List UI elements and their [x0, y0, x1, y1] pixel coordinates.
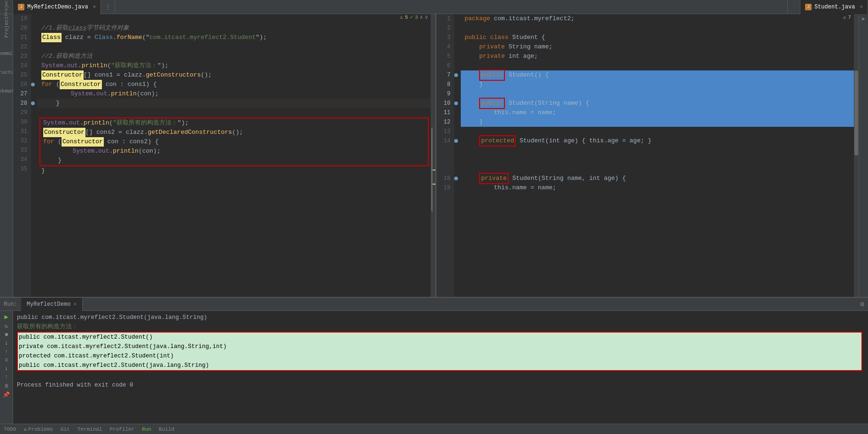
- code-line-29: [38, 108, 431, 117]
- right-line-numbers: 1 2 3 4 5 6 7 8 9 10 11 12 13 14: [436, 14, 454, 297]
- run-stop-button[interactable]: ■: [5, 332, 8, 338]
- tab-close-icon[interactable]: ×: [93, 4, 96, 10]
- right-code-line-13: [461, 127, 854, 136]
- output-red-box: public com.itcast.myreflect2.Student() p…: [17, 332, 862, 371]
- run-output: public com.itcast.myreflect2.Student(jav…: [13, 311, 868, 424]
- right-code-line-10: public Student(String name) {: [461, 99, 854, 108]
- right-panel-icon-1[interactable]: ▶: [862, 16, 865, 22]
- bottom-tab-close[interactable]: ×: [73, 302, 77, 307]
- tab-menu-button[interactable]: ⋮: [101, 0, 115, 14]
- right-code-line-4: private String name;: [461, 42, 854, 52]
- status-build[interactable]: Build: [159, 426, 174, 432]
- code-line-26: for (Constructor con : cons1) {: [38, 80, 431, 89]
- run-arrow-down2[interactable]: ↓: [5, 365, 8, 372]
- left-error-icon: ✓: [410, 14, 413, 20]
- left-line-numbers: 19 20 21 22 23 24 25 26 27 28 29 30 31 3…: [13, 14, 31, 297]
- right-code-line-12: }: [461, 117, 854, 127]
- status-git[interactable]: Git: [61, 426, 70, 432]
- output-line-4: private com.itcast.myreflect2.Student(ja…: [18, 342, 861, 351]
- run-rerun-button[interactable]: ↻: [5, 323, 8, 330]
- code-line-22: [38, 42, 431, 52]
- output-line-8: Process finished with exit code 0: [17, 380, 864, 390]
- code-line-19: [38, 14, 431, 23]
- right-code-line-6: [461, 61, 854, 70]
- code-line-21: Class clazz = Class.forName("com.itcast.…: [38, 33, 431, 42]
- code-line-35: }: [38, 166, 431, 176]
- red-border-section-left: System.out.println("获取所有的构造方法："); Constr…: [39, 117, 429, 166]
- right-code-line-9: [461, 89, 854, 99]
- tab-student-label: Student.java: [814, 4, 855, 10]
- right-scrollbar[interactable]: [854, 14, 859, 297]
- status-terminal[interactable]: Terminal: [78, 426, 102, 432]
- bottom-settings-icon[interactable]: ⚙: [857, 300, 868, 308]
- status-run[interactable]: Run: [142, 426, 151, 432]
- right-code-line-5: private int age;: [461, 52, 854, 61]
- tab-student-close-icon[interactable]: ×: [860, 4, 863, 10]
- status-profiler[interactable]: Profiler: [109, 426, 134, 432]
- right-code-line-16: [461, 155, 854, 164]
- right-code-line-15: [461, 146, 854, 155]
- output-line-1: public com.itcast.myreflect2.Student(jav…: [17, 313, 864, 322]
- right-code-line-11: this.name = name;: [461, 108, 854, 117]
- tab-java-icon: J: [18, 4, 24, 10]
- right-code-line-3: public class Student {: [461, 33, 854, 42]
- left-nav-down[interactable]: ∨: [425, 14, 428, 20]
- code-line-31: Constructor[] cons2 = clazz.getDeclaredC…: [40, 128, 428, 137]
- output-line-3: public com.itcast.myreflect2.Student(): [18, 333, 861, 342]
- left-scrollbar[interactable]: [431, 14, 435, 297]
- tab-student-java-icon: J: [805, 4, 812, 10]
- run-pin-icon[interactable]: 📌: [3, 391, 10, 398]
- output-line-6: public com.itcast.myreflect2.Student(jav…: [18, 361, 861, 370]
- code-line-20: //1.获取class字节码文件对象: [38, 23, 431, 33]
- tab-myreflectdemo[interactable]: J MyReflectDemo.java ×: [13, 0, 101, 14]
- right-code-content: package com.itcast.myreflect2; public cl…: [461, 14, 854, 297]
- output-line-5: protected com.itcast.myreflect2.Student(…: [18, 351, 861, 361]
- bottom-tab-label: MyReflectDemo: [27, 301, 71, 308]
- status-bar: TODO ⚠ Problems Git Terminal Profiler Ru…: [0, 424, 868, 434]
- run-list-icon[interactable]: ≣: [5, 382, 8, 389]
- tab-myreflect-label: MyReflectDemo.java: [27, 4, 88, 10]
- code-line-28: }: [38, 99, 431, 108]
- right-code-line-8: }: [461, 80, 854, 89]
- code-line-34: }: [40, 156, 428, 165]
- run-label: Run:: [0, 301, 21, 308]
- output-line-7: [17, 371, 864, 380]
- tab-studentjava[interactable]: J Student.java ×: [800, 0, 868, 14]
- run-play-button[interactable]: ▶: [4, 313, 8, 321]
- code-line-24: System.out.println("获取构造方法：");: [38, 61, 431, 70]
- project-icon[interactable]: Project: [4, 16, 9, 38]
- status-problems[interactable]: ⚠ Problems: [23, 426, 53, 432]
- right-code-line-17: [461, 164, 854, 174]
- code-line-25: Constructor[] cons1 = clazz.getConstruct…: [38, 70, 431, 80]
- code-line-30: System.out.println("获取所有的构造方法：");: [40, 118, 428, 128]
- left-nav-up[interactable]: ∧: [420, 14, 423, 20]
- bottom-tab-myreflect[interactable]: MyReflectDemo ×: [21, 298, 83, 311]
- right-code-line-1: package com.itcast.myreflect2;: [461, 14, 854, 23]
- right-warning-count: 7: [848, 15, 851, 20]
- right-code-line-19: this.name = name;: [461, 183, 854, 193]
- status-todo[interactable]: TODO: [4, 426, 16, 432]
- run-arrow-up1[interactable]: ↑: [5, 349, 8, 355]
- run-arrow-up2[interactable]: ↑: [5, 374, 8, 380]
- run-arrow-down1[interactable]: ↓: [5, 340, 8, 347]
- code-line-27: System.out.println(con);: [38, 89, 431, 99]
- run-equals-icon[interactable]: ≡: [5, 357, 8, 364]
- right-code-line-14: protected Student(int age) { this.age = …: [461, 136, 854, 146]
- left-warning-icon: ⚠: [400, 14, 403, 20]
- project-label: Project: [4, 0, 9, 16]
- output-line-2: 获取所有的构造方法：: [17, 322, 864, 332]
- right-code-line-7: public Student() {: [461, 70, 854, 80]
- left-warning-count: 5: [405, 15, 408, 20]
- code-line-23: //2.获取构造方法: [38, 52, 431, 61]
- left-code-content: //1.获取class字节码文件对象 Class clazz = Class.f…: [38, 14, 431, 297]
- right-code-line-18: private Student(String name, int age) {: [461, 174, 854, 183]
- right-warning-icon: ⚠: [843, 14, 846, 20]
- right-code-line-2: [461, 23, 854, 33]
- code-line-32: for (Constructor con : cons2) {: [40, 137, 428, 147]
- left-error-count: 3: [415, 15, 418, 20]
- code-line-33: System.out.println(con);: [40, 147, 428, 156]
